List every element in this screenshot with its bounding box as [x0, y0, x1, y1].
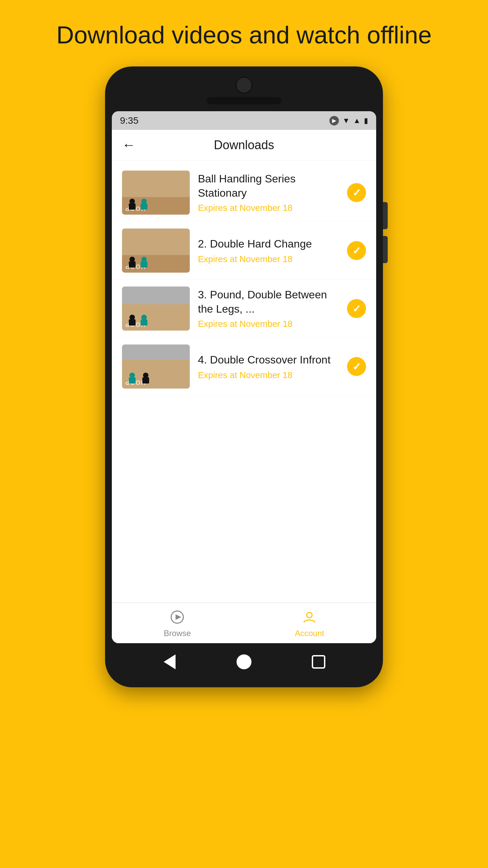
account-label: Account — [295, 629, 324, 638]
home-nav-button[interactable] — [236, 653, 252, 670]
download-item-1[interactable]: HOOP Ball Handling Series Stationary — [112, 164, 376, 222]
downloads-list: HOOP Ball Handling Series Stationary — [112, 160, 376, 399]
svg-marker-1 — [176, 614, 181, 620]
browse-icon — [168, 608, 186, 626]
svg-point-2 — [307, 612, 312, 618]
download-title-3: 3. Pound, Double Between the Legs, ... — [198, 288, 339, 316]
download-info-4: 4. Double Crossover Infront Expires at N… — [198, 353, 339, 380]
back-nav-button[interactable] — [161, 653, 178, 670]
media-icon: ▶ — [329, 116, 339, 125]
signal-icon: ▲ — [353, 116, 361, 125]
phone-wrapper: 9:35 ▶ ▼ ▲ ▮ ← Downloads HOOP — [105, 66, 383, 687]
app-header: ← Downloads — [112, 130, 376, 160]
android-nav-buttons — [112, 653, 376, 670]
battery-icon: ▮ — [364, 116, 368, 125]
download-expires-3: Expires at November 18 — [198, 319, 339, 329]
front-camera — [236, 77, 252, 94]
volume-down-button — [383, 236, 388, 263]
phone-bottom — [112, 643, 376, 677]
content-area — [112, 399, 376, 603]
check-icon-4: ✓ — [352, 361, 361, 373]
home-nav-icon — [237, 654, 251, 669]
download-item-3[interactable]: HOOP 3. Pound, Double Between the Legs — [112, 280, 376, 338]
phone-speaker — [207, 97, 281, 104]
download-expires-4: Expires at November 18 — [198, 370, 339, 380]
download-check-2: ✓ — [347, 241, 366, 260]
back-button[interactable]: ← — [122, 137, 136, 153]
download-check-3: ✓ — [347, 299, 366, 318]
nav-item-browse[interactable]: Browse — [164, 608, 191, 638]
back-nav-icon — [164, 654, 176, 669]
thumbnail-1: HOOP — [122, 171, 190, 215]
thumbnail-4: HOOP — [122, 344, 190, 389]
download-info-2: 2. Double Hard Change Expires at Novembe… — [198, 237, 339, 264]
phone-screen: 9:35 ▶ ▼ ▲ ▮ ← Downloads HOOP — [112, 111, 376, 643]
download-expires-2: Expires at November 18 — [198, 254, 339, 264]
download-info-1: Ball Handling Series Stationary Expires … — [198, 172, 339, 213]
download-title-4: 4. Double Crossover Infront — [198, 353, 339, 367]
check-icon-3: ✓ — [352, 303, 361, 315]
download-title-1: Ball Handling Series Stationary — [198, 172, 339, 200]
download-expires-1: Expires at November 18 — [198, 203, 339, 213]
check-icon-2: ✓ — [352, 245, 361, 257]
thumbnail-2: HOOP — [122, 229, 190, 273]
download-check-1: ✓ — [347, 183, 366, 202]
check-icon-1: ✓ — [352, 187, 361, 199]
recents-nav-icon — [312, 655, 325, 669]
download-title-2: 2. Double Hard Change — [198, 237, 339, 251]
bottom-navigation: Browse Account — [112, 603, 376, 643]
status-icons: ▶ ▼ ▲ ▮ — [329, 116, 368, 125]
nav-item-account[interactable]: Account — [295, 608, 324, 638]
download-check-4: ✓ — [347, 357, 366, 376]
account-icon — [301, 608, 318, 626]
phone-side-buttons — [383, 202, 388, 263]
wifi-icon: ▼ — [342, 116, 350, 125]
download-item-2[interactable]: HOOP 2. Double Hard Change E — [112, 222, 376, 280]
recents-nav-button[interactable] — [310, 653, 327, 670]
page-header-text: Download videos and watch offline — [0, 0, 488, 66]
download-item-4[interactable]: HOOP 4. Double Crossover Infront — [112, 338, 376, 396]
download-info-3: 3. Pound, Double Between the Legs, ... E… — [198, 288, 339, 329]
page-title: Downloads — [214, 138, 274, 152]
thumbnail-3: HOOP — [122, 287, 190, 331]
status-bar: 9:35 ▶ ▼ ▲ ▮ — [112, 111, 376, 130]
browse-label: Browse — [164, 629, 191, 638]
status-time: 9:35 — [120, 115, 139, 126]
volume-up-button — [383, 202, 388, 229]
